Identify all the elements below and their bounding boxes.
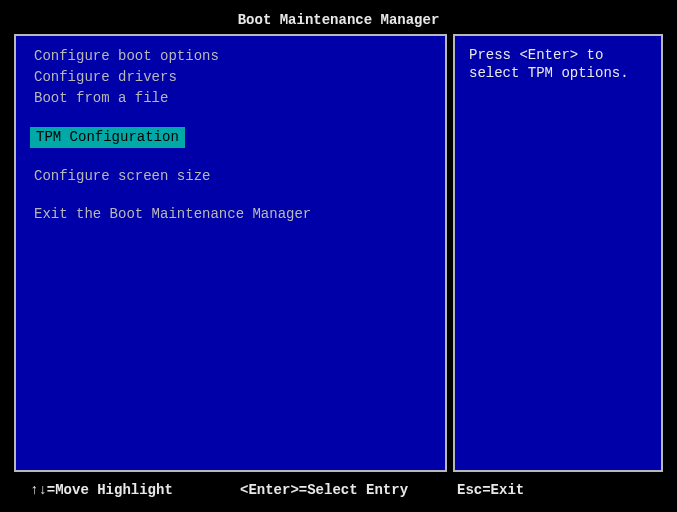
panels: Configure boot options Configure drivers… [14,34,663,472]
menu-list: Configure boot options Configure drivers… [30,46,431,225]
page-title: Boot Maintenance Manager [14,8,663,34]
menu-item-exit[interactable]: Exit the Boot Maintenance Manager [30,204,431,225]
footer-move-hint: ↑↓=Move Highlight [30,482,240,498]
footer-exit-hint: Esc=Exit [457,482,647,498]
menu-item-boot-from-file[interactable]: Boot from a file [30,88,431,109]
footer-bar: ↑↓=Move Highlight <Enter>=Select Entry E… [14,472,663,504]
spacer [30,148,431,166]
spacer [30,186,431,204]
footer-select-hint: <Enter>=Select Entry [240,482,457,498]
menu-item-screen-size[interactable]: Configure screen size [30,166,431,187]
spacer [30,109,431,127]
bios-screen: Boot Maintenance Manager Configure boot … [0,0,677,512]
menu-item-configure-drivers[interactable]: Configure drivers [30,67,431,88]
menu-panel: Configure boot options Configure drivers… [14,34,447,472]
help-text: Press <Enter> to select TPM options. [469,46,647,82]
menu-item-tpm-configuration[interactable]: TPM Configuration [30,127,185,148]
menu-item-configure-boot[interactable]: Configure boot options [30,46,431,67]
help-panel: Press <Enter> to select TPM options. [453,34,663,472]
